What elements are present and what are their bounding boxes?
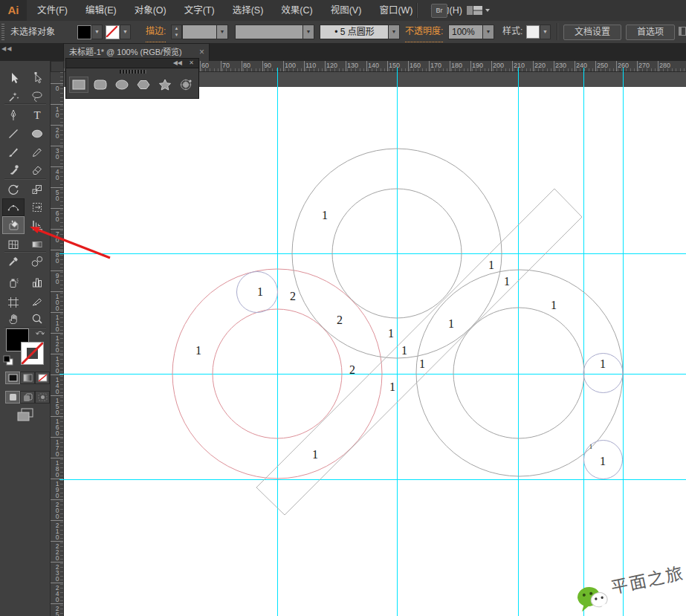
default-fill-stroke-icon[interactable]: [3, 355, 13, 366]
pencil-tool[interactable]: [26, 143, 48, 161]
ruler-tick: [387, 61, 388, 72]
document-setup-button[interactable]: 文档设置: [563, 25, 621, 40]
zoom-tool[interactable]: [26, 310, 48, 328]
symbol-sprayer-tool[interactable]: [2, 273, 25, 291]
width-profile-caret-icon[interactable]: ▼: [302, 25, 314, 39]
selection-tool[interactable]: [2, 69, 25, 87]
opacity-select[interactable]: 100%: [448, 25, 484, 39]
ruler-tick: [51, 437, 64, 438]
menu-item[interactable]: 文件(F): [28, 0, 77, 21]
slice-tool[interactable]: [26, 294, 48, 311]
live-paint-bucket-tool[interactable]: [2, 216, 25, 234]
rectangle-tool[interactable]: [69, 77, 88, 93]
direct-selection-tool[interactable]: [26, 69, 48, 87]
menu-item[interactable]: 窗口(W): [370, 0, 421, 21]
ruler-label: 210: [54, 522, 61, 539]
type-tool[interactable]: T: [26, 106, 48, 124]
brush-caret-icon[interactable]: ▼: [388, 25, 400, 39]
ruler-tick: [575, 61, 575, 72]
blob-brush-tool[interactable]: [2, 161, 25, 179]
preferences-button[interactable]: 首选项: [626, 25, 675, 40]
artboard-canvas[interactable]: [64, 87, 686, 616]
ruler-tick: [51, 458, 64, 458]
line-segment-tool[interactable]: [2, 125, 25, 143]
width-profile-select[interactable]: [235, 25, 304, 39]
menu-item[interactable]: 选择(S): [224, 0, 273, 21]
eraser-tool[interactable]: [26, 161, 48, 179]
stroke-caret-icon[interactable]: ▼: [120, 25, 131, 39]
bridge-button[interactable]: Br: [431, 4, 447, 18]
opacity-panel-link[interactable]: 不透明度:: [405, 21, 443, 42]
gradient-mode-button[interactable]: [20, 372, 35, 384]
draw-normal-button[interactable]: [5, 391, 20, 403]
palette-collapse-icon[interactable]: ◀◀: [173, 59, 182, 66]
swap-fill-stroke-icon[interactable]: [36, 327, 46, 336]
style-caret-icon[interactable]: ▼: [540, 25, 551, 39]
hand-tool[interactable]: [2, 310, 25, 328]
ruler-tick: [51, 187, 64, 188]
menu-item[interactable]: 编辑(E): [77, 0, 126, 21]
column-graph-tool[interactable]: [26, 273, 48, 291]
vertical-ruler[interactable]: 0102030405060708090100110120130140150160…: [51, 72, 64, 616]
ruler-label: 170: [54, 438, 61, 456]
brush-select[interactable]: • 5 点圆形: [320, 25, 389, 39]
dock-collapse-icon[interactable]: ◀◀: [1, 45, 12, 52]
menu-item[interactable]: 文字(T): [175, 0, 224, 21]
screen-mode-button[interactable]: [13, 406, 37, 423]
ruler-tick: [51, 562, 64, 562]
ruler-label: 100: [285, 62, 296, 69]
pen-tool[interactable]: [2, 106, 25, 124]
perspective-grid-tool[interactable]: [26, 216, 48, 234]
ruler-label: 240: [54, 584, 61, 602]
style-swatch[interactable]: [526, 25, 540, 39]
stroke-weight-caret-icon[interactable]: ▼: [216, 25, 228, 39]
control-bar-grip[interactable]: [1, 24, 4, 40]
menu-item[interactable]: 视图(V): [322, 0, 371, 21]
ruler-corner[interactable]: [51, 61, 64, 72]
menu-item[interactable]: 效果(C): [272, 0, 321, 21]
stroke-weight-value[interactable]: [182, 25, 218, 39]
artboard-tool[interactable]: [2, 294, 25, 311]
ellipse-tool[interactable]: [26, 125, 48, 143]
draw-behind-button[interactable]: [20, 391, 35, 403]
rotate-tool[interactable]: [2, 181, 25, 198]
free-transform-tool[interactable]: [26, 198, 48, 216]
stroke-swatch[interactable]: [106, 25, 120, 39]
scale-tool[interactable]: [26, 181, 48, 198]
ruler-tick: [51, 603, 64, 604]
width-tool[interactable]: [2, 198, 25, 216]
polygon-tool[interactable]: [134, 77, 153, 93]
tab-close-icon[interactable]: ×: [199, 44, 204, 61]
stroke-weight-stepper[interactable]: ▲▼: [171, 25, 182, 39]
ruler-tick: [51, 250, 64, 250]
none-mode-button[interactable]: [35, 372, 50, 384]
fill-caret-icon[interactable]: ▼: [91, 25, 103, 39]
ruler-label: 60: [54, 210, 61, 221]
ruler-tick: [325, 61, 326, 72]
star-tool[interactable]: [155, 77, 175, 93]
stroke-color-swatch[interactable]: [21, 342, 44, 365]
panel-toggle-icon[interactable]: [679, 27, 686, 36]
color-mode-button[interactable]: [5, 372, 20, 384]
ellipse-tool[interactable]: [112, 77, 132, 93]
draw-inside-button[interactable]: [35, 391, 50, 403]
palette-close-icon[interactable]: ✕: [189, 59, 194, 66]
shapes-palette-titlebar[interactable]: ◀◀ ✕: [65, 58, 199, 68]
ruler-label: 160: [410, 62, 421, 69]
eyedropper-tool[interactable]: [2, 253, 25, 270]
workspace-switcher[interactable]: [466, 4, 491, 16]
ruler-label: 110: [54, 314, 61, 331]
paintbrush-tool[interactable]: [2, 143, 25, 161]
menu-item[interactable]: 对象(O): [126, 0, 175, 21]
blend-tool[interactable]: [26, 253, 48, 270]
fill-swatch[interactable]: [77, 25, 91, 39]
control-bar: 未选择对象 ▼ ▼ 描边: ▲▼ ▼ ▼ • 5 点圆形 ▼ 不透明度: 100…: [0, 21, 686, 44]
toolbar-group-separator: [4, 251, 46, 253]
ruler-tick: [51, 312, 64, 313]
opacity-caret-icon[interactable]: ▼: [482, 25, 494, 39]
stroke-panel-link[interactable]: 描边:: [146, 21, 166, 42]
ruler-tick: [51, 291, 64, 292]
flare-tool[interactable]: [177, 77, 196, 93]
rounded-rectangle-tool[interactable]: [91, 77, 110, 93]
palette-grip-icon[interactable]: [120, 70, 146, 74]
